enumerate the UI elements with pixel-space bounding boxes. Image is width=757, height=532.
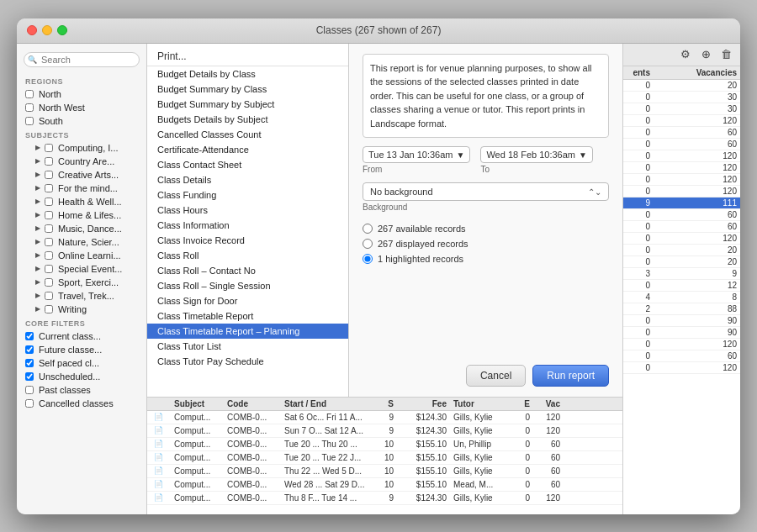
bottom-table-row[interactable]: 📄 Comput... COMB-0... Tue 20 ... Tue 22 …	[147, 451, 622, 465]
travel-checkbox[interactable]	[45, 292, 53, 300]
radio-displayed[interactable]: 267 displayed records	[363, 239, 609, 249]
bottom-table-row[interactable]: 📄 Comput... COMB-0... Thu 22 ... Wed 5 D…	[147, 465, 622, 478]
right-table-row[interactable]: 0120	[623, 362, 740, 374]
report-item-class-details[interactable]: Class Details	[147, 172, 348, 187]
to-date-input[interactable]: Wed 18 Feb 10:36am ▼	[480, 146, 593, 163]
report-item-class-funding[interactable]: Class Funding	[147, 187, 348, 203]
report-item-budget-details-class[interactable]: Budget Details by Class	[147, 66, 348, 82]
report-item-tutor-list[interactable]: Class Tutor List	[147, 339, 348, 354]
add-icon[interactable]: ⊕	[698, 47, 713, 62]
report-item-budget-summary-subject[interactable]: Budget Summary by Subject	[147, 97, 348, 112]
online-checkbox[interactable]	[45, 251, 53, 260]
sidebar-item-travel[interactable]: ▶ Travel, Trek...	[17, 289, 146, 303]
creative-checkbox[interactable]	[45, 171, 53, 179]
maximize-button[interactable]	[57, 25, 67, 35]
right-table-row[interactable]: 0120	[623, 174, 740, 186]
report-item-budget-summary-class[interactable]: Budget Summary by Class	[147, 82, 348, 97]
sidebar-item-computing[interactable]: ▶ Computing, I...	[17, 141, 146, 155]
report-item-cancelled-count[interactable]: Cancelled Classes Count	[147, 127, 348, 142]
current-checkbox[interactable]	[25, 332, 34, 340]
right-table-row[interactable]: 0120	[623, 150, 740, 162]
settings-icon[interactable]: ⚙	[678, 47, 693, 62]
music-checkbox[interactable]	[45, 224, 53, 233]
search-input[interactable]	[24, 52, 140, 67]
report-item-class-information[interactable]: Class Information	[147, 218, 348, 233]
northwest-checkbox[interactable]	[25, 103, 34, 112]
delete-icon[interactable]: 🗑	[718, 47, 733, 62]
right-table-row[interactable]: 060	[623, 127, 740, 139]
run-report-button[interactable]: Run report	[532, 365, 609, 387]
right-table-row[interactable]: 020	[623, 245, 740, 256]
right-table-row[interactable]: 288	[623, 303, 740, 315]
sidebar-item-cancelled[interactable]: Cancelled classes	[17, 397, 146, 410]
right-table-row[interactable]: 0120	[623, 162, 740, 174]
radio-highlighted[interactable]: 1 highlighted records	[363, 254, 609, 264]
future-checkbox[interactable]	[25, 345, 34, 354]
sidebar-item-special[interactable]: ▶ Special Event...	[17, 262, 146, 276]
highlighted-radio[interactable]	[363, 254, 373, 264]
radio-available[interactable]: 267 available records	[363, 224, 609, 234]
to-calendar-icon[interactable]: ▼	[579, 150, 587, 160]
bottom-table-row[interactable]: 📄 Comput... COMB-0... Thu 8 F... Tue 14 …	[147, 492, 622, 505]
nature-checkbox[interactable]	[45, 238, 53, 246]
sidebar-item-current[interactable]: Current class...	[17, 329, 146, 343]
computing-checkbox[interactable]	[45, 144, 53, 152]
background-select[interactable]: No background ⌃⌄	[363, 182, 609, 201]
sidebar-item-northwest[interactable]: North West	[17, 101, 146, 114]
sidebar-item-home[interactable]: ▶ Home & Lifes...	[17, 208, 146, 222]
displayed-radio[interactable]	[363, 239, 373, 249]
health-checkbox[interactable]	[45, 198, 53, 206]
right-table-row[interactable]: 090	[623, 327, 740, 339]
sidebar-item-health[interactable]: ▶ Health & Well...	[17, 195, 146, 208]
home-checkbox[interactable]	[45, 211, 53, 219]
sidebar-item-south[interactable]: South	[17, 114, 146, 128]
close-button[interactable]	[27, 25, 37, 35]
selfpaced-checkbox[interactable]	[25, 359, 34, 367]
right-table-row[interactable]: 020	[623, 80, 740, 92]
sidebar-item-nature[interactable]: ▶ Nature, Scier...	[17, 235, 146, 249]
report-list[interactable]: Budget Details by Class Budget Summary b…	[147, 66, 348, 397]
right-table-row[interactable]: 0120	[623, 115, 740, 127]
report-item-certificate[interactable]: Certificate-Attendance	[147, 142, 348, 157]
right-table-row[interactable]: 0120	[623, 186, 740, 198]
right-table-row[interactable]: 030	[623, 103, 740, 115]
report-item-invoice-record[interactable]: Class Invoice Record	[147, 233, 348, 248]
cancelled-checkbox[interactable]	[25, 399, 34, 408]
report-item-sign-door[interactable]: Class Sign for Door	[147, 293, 348, 308]
report-item-roll-contact[interactable]: Class Roll – Contact No	[147, 263, 348, 278]
mind-checkbox[interactable]	[45, 184, 53, 192]
right-table-row[interactable]: 060	[623, 139, 740, 150]
north-checkbox[interactable]	[25, 90, 34, 98]
right-table-row[interactable]: 060	[623, 350, 740, 362]
from-date-input[interactable]: Tue 13 Jan 10:36am ▼	[363, 146, 470, 163]
unscheduled-checkbox[interactable]	[25, 372, 34, 381]
writing-checkbox[interactable]	[45, 305, 53, 313]
sidebar-item-unscheduled[interactable]: Unscheduled...	[17, 370, 146, 383]
report-item-class-hours[interactable]: Class Hours	[147, 203, 348, 218]
sidebar-item-north[interactable]: North	[17, 87, 146, 101]
sidebar-item-country[interactable]: ▶ Country Are...	[17, 155, 146, 168]
report-item-contact-sheet[interactable]: Class Contact Sheet	[147, 157, 348, 172]
cancel-button[interactable]: Cancel	[466, 365, 526, 387]
past-checkbox[interactable]	[25, 386, 34, 394]
special-checkbox[interactable]	[45, 265, 53, 273]
sidebar-item-selfpaced[interactable]: Self paced cl...	[17, 356, 146, 370]
sidebar-item-music[interactable]: ▶ Music, Dance...	[17, 222, 146, 235]
report-item-class-roll[interactable]: Class Roll	[147, 248, 348, 263]
right-table-row[interactable]: 0120	[623, 339, 740, 350]
available-radio[interactable]	[363, 224, 373, 234]
report-item-tutor-pay[interactable]: Class Tutor Pay Schedule	[147, 354, 348, 369]
country-checkbox[interactable]	[45, 157, 53, 166]
right-table-row[interactable]: 39	[623, 268, 740, 280]
sidebar-item-creative[interactable]: ▶ Creative Arts...	[17, 168, 146, 182]
right-table-row[interactable]: 060	[623, 209, 740, 221]
right-table-row[interactable]: 9111	[623, 198, 740, 209]
sidebar-item-future[interactable]: Future classe...	[17, 343, 146, 356]
report-item-timetable-planning[interactable]: Class Timetable Report – Planning	[147, 324, 348, 339]
sidebar-item-sport[interactable]: ▶ Sport, Exerci...	[17, 276, 146, 289]
bottom-table-row[interactable]: 📄 Comput... COMB-0... Sun 7 O... Sat 12 …	[147, 424, 622, 438]
right-table-row[interactable]: 0120	[623, 233, 740, 245]
sidebar-item-writing[interactable]: ▶ Writing	[17, 303, 146, 316]
right-table-row[interactable]: 060	[623, 221, 740, 233]
bottom-table-row[interactable]: 📄 Comput... COMB-0... Wed 28 ... Sat 29 …	[147, 478, 622, 492]
